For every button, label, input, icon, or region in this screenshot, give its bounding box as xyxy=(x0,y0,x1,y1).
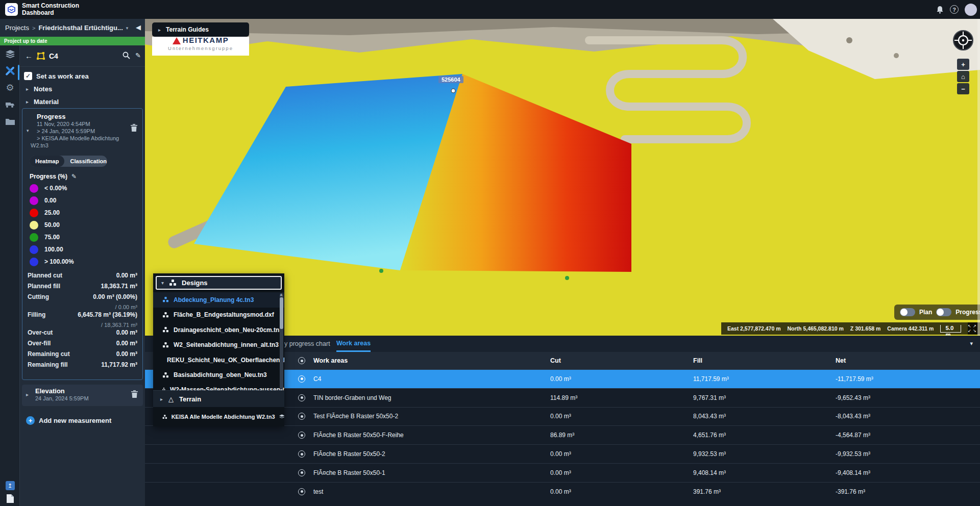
rail-machines-button[interactable] xyxy=(0,96,20,113)
back-button[interactable]: ← xyxy=(25,52,33,60)
page-scrollbar[interactable] xyxy=(977,19,980,336)
visibility-eye-icon[interactable] xyxy=(298,432,305,439)
zoom-out-button[interactable]: − xyxy=(957,83,969,94)
caret-down-icon: ▾ xyxy=(161,280,164,286)
design-item[interactable]: REKU_Schicht_Neu_OK_Oberflaechenabdicht xyxy=(153,352,284,368)
design-item[interactable]: W2_Seitenabdichtung_innen_alt.tn3 xyxy=(153,338,284,353)
edit-pencil-icon[interactable]: ✎ xyxy=(135,52,141,59)
notifications-bell-icon[interactable] xyxy=(936,6,944,14)
add-measurement-button[interactable]: + Add new measurement xyxy=(26,416,111,425)
fullscreen-expand-button[interactable]: ↖ ↗ ↙ ↘ xyxy=(968,322,978,335)
progress-toggle-label: Progress xyxy=(955,309,980,316)
design-item[interactable]: Basisabdichtung_oben_Neu.tn3 xyxy=(153,368,284,383)
design-item[interactable]: Abdeckung_Planung 4c.tn3 xyxy=(153,292,284,308)
visibility-eye-icon[interactable] xyxy=(298,450,305,458)
caret-right-icon: ▸ xyxy=(26,99,29,105)
compass-control[interactable] xyxy=(952,30,974,51)
terrain-label: Terrain xyxy=(179,395,201,403)
visibility-eye-icon[interactable] xyxy=(298,488,305,495)
export-button[interactable]: ↥ xyxy=(6,481,15,490)
tab-classification[interactable]: Classification xyxy=(64,156,112,167)
notes-section-toggle[interactable]: ▸ Notes xyxy=(26,85,52,93)
search-icon[interactable] xyxy=(122,52,130,59)
plan-toggle[interactable] xyxy=(900,308,915,316)
caret-right-icon: ▸ xyxy=(160,396,163,402)
design-cube-icon xyxy=(162,342,169,348)
table-row[interactable]: FlÃ¤che B Raster 50x50-2 0.00 m³ 9,932.5… xyxy=(145,444,980,463)
design-item[interactable]: W2-Massen-Seitenabdichtung-aussen-t xyxy=(153,383,284,390)
legend-color-swatch xyxy=(30,184,38,193)
legend-item: 50.00 xyxy=(30,219,137,231)
layers-stack-icon[interactable] xyxy=(279,414,284,420)
elevation-measurement-card[interactable]: ▸ Elevation 24 Jan, 2024 5:59PM xyxy=(22,385,143,406)
elevation-date: 24 Jan, 2024 5:59PM xyxy=(35,395,138,402)
edit-legend-pencil-icon[interactable]: ✎ xyxy=(71,173,77,180)
app-logo[interactable] xyxy=(5,3,18,16)
tab-heatmap[interactable]: Heatmap xyxy=(30,156,64,167)
delete-measurement-icon[interactable] xyxy=(131,124,137,132)
row-cut: 0.00 m³ xyxy=(550,464,571,482)
row-cut: 0.00 m³ xyxy=(550,445,571,463)
toggle-all-visibility-eye-icon[interactable] xyxy=(298,357,305,364)
set-work-area-row[interactable]: ✓ Set as work area xyxy=(24,72,89,80)
tab-work-areas[interactable]: Work areas xyxy=(336,336,371,352)
camera-height: Camera 442.311 m xyxy=(887,325,934,332)
legend-item: < 0.00% xyxy=(30,182,137,194)
row-fill: 391.76 m³ xyxy=(693,483,721,501)
set-work-area-label: Set as work area xyxy=(36,72,89,80)
rail-settings-button[interactable]: ⚙ xyxy=(0,79,20,96)
tab-progress-chart[interactable]: y progress chart xyxy=(284,336,330,352)
delete-elevation-icon[interactable] xyxy=(131,390,138,398)
selected-model-row[interactable]: KEISA Alle Modelle Abdichtung W2.tn3 xyxy=(153,407,284,426)
terrain-guides-button[interactable]: ▸ Terrain Guides xyxy=(152,22,249,37)
help-button[interactable]: ? xyxy=(950,5,959,14)
design-item[interactable]: Drainageschicht_oben_Neu-20cm.tn3 xyxy=(153,322,284,338)
user-avatar[interactable] xyxy=(965,4,977,16)
progress-toggle[interactable] xyxy=(936,308,951,316)
row-net: -9,652.43 m³ xyxy=(836,389,870,407)
stat-value: 11,717.92 m³ xyxy=(101,361,137,368)
terrain-section-row[interactable]: ▸ △ Terrain xyxy=(153,390,284,407)
visibility-eye-icon[interactable] xyxy=(298,375,305,383)
row-name: FlÃ¤che B Raster 50x50-F-Reihe xyxy=(313,426,404,444)
rail-files-button[interactable] xyxy=(0,113,20,130)
designs-dropdown-header[interactable]: ▾ Designs xyxy=(156,276,282,290)
column-net: Net xyxy=(836,352,846,369)
table-row[interactable]: test 0.00 m³ 391.76 m³ -391.76 m³ xyxy=(145,482,980,501)
collapse-panel-chevron-icon[interactable]: ▾ xyxy=(970,340,973,347)
table-row[interactable]: FlÃ¤che B Raster 50x50-1 0.00 m³ 9,408.1… xyxy=(145,463,980,482)
breadcrumb-project-name[interactable]: Friedrichsthal Ertüchtigu... xyxy=(38,24,122,32)
rail-measure-tools-button[interactable] xyxy=(0,62,20,79)
project-dropdown-caret-icon[interactable]: ▾ xyxy=(126,26,129,31)
visibility-eye-icon[interactable] xyxy=(298,413,305,420)
designs-scrollbar-thumb[interactable] xyxy=(280,297,283,329)
row-name: FlÃ¤che B Raster 50x50-2 xyxy=(313,445,385,463)
visibility-eye-icon[interactable] xyxy=(298,469,305,476)
row-cut: 86.89 m³ xyxy=(550,426,574,444)
material-label: Material xyxy=(34,98,59,106)
zoom-in-button[interactable]: + xyxy=(957,59,969,70)
stat-subvalue: / 18,363.71 m³ xyxy=(101,322,137,328)
stat-value: 0.00 m³ (0.00%) xyxy=(93,293,137,300)
smart-construction-dashboard: ▸ Terrain Guides HEITKAMP Unternehmensgr… xyxy=(0,0,980,506)
home-view-button[interactable]: ⌂ xyxy=(957,71,969,82)
legend-color-swatch xyxy=(30,258,38,266)
row-fill: 9,932.53 m³ xyxy=(693,445,726,463)
design-item[interactable]: Fläche_B_Endgestaltungsmod.dxf xyxy=(153,308,284,323)
elevation-marker-label[interactable]: 525604 xyxy=(438,76,463,83)
material-section-toggle[interactable]: ▸ Material xyxy=(26,98,59,106)
breadcrumb-separator: > xyxy=(32,25,35,31)
table-row[interactable]: FlÃ¤che B Raster 50x50-F-Reihe 86.89 m³ … xyxy=(145,425,980,444)
arrow-nw-icon: ↖ xyxy=(968,324,973,328)
company-logo: HEITKAMP Unternehmensgruppe xyxy=(152,37,249,56)
document-icon[interactable] xyxy=(7,494,14,503)
collapse-sidebar-icon[interactable]: ◀ xyxy=(136,23,141,31)
rail-layers-button[interactable] xyxy=(0,45,20,62)
add-measurement-label: Add new measurement xyxy=(39,417,111,424)
visibility-eye-icon[interactable] xyxy=(298,394,305,401)
breadcrumb-projects[interactable]: Projects xyxy=(5,24,29,32)
stat-value: 0.00 m³ xyxy=(116,340,137,347)
designs-scrollbar[interactable]: ▲ xyxy=(280,293,283,389)
caret-down-icon[interactable]: ▾ xyxy=(27,128,29,133)
work-area-checkbox[interactable]: ✓ xyxy=(24,72,32,80)
